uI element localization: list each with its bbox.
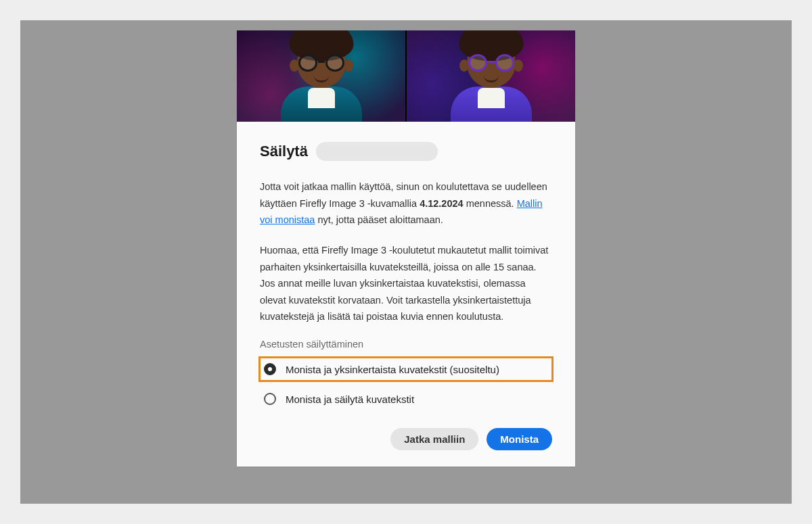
- option-label: Monista ja yksinkertaista kuvatekstit (s…: [286, 364, 499, 375]
- p1-mid: mennessä.: [464, 198, 517, 209]
- p1-deadline: 4.12.2024: [420, 198, 464, 209]
- preserve-model-dialog: Säilytä Jotta voit jatkaa mallin käyttöä…: [237, 30, 575, 467]
- dialog-content: Säilytä Jotta voit jatkaa mallin käyttöä…: [237, 122, 575, 467]
- dialog-actions: Jatka malliin Monista: [260, 428, 552, 450]
- dialog-hero-image: [237, 30, 575, 122]
- p1-post: nyt, jotta pääset aloittamaan.: [315, 214, 443, 225]
- dialog-title: Säilytä: [260, 143, 308, 160]
- option-simplify-captions[interactable]: Monista ja yksinkertaista kuvatekstit (s…: [260, 358, 552, 381]
- options-section-label: Asetusten säilyttäminen: [260, 339, 552, 350]
- continue-to-model-button[interactable]: Jatka malliin: [390, 428, 478, 450]
- dialog-title-redacted: [316, 142, 438, 161]
- hero-character-right: [441, 30, 542, 122]
- hero-character-left: [271, 30, 372, 122]
- option-keep-captions[interactable]: Monista ja säilytä kuvatekstit: [260, 387, 552, 410]
- dialog-paragraph-1: Jotta voit jatkaa mallin käyttöä, sinun …: [260, 178, 552, 229]
- app-backdrop: Säilytä Jotta voit jatkaa mallin käyttöä…: [20, 20, 792, 504]
- hero-image-right: [407, 30, 575, 122]
- dialog-title-row: Säilytä: [260, 142, 552, 161]
- option-label: Monista ja säilytä kuvatekstit: [286, 394, 414, 405]
- hero-image-left: [237, 30, 405, 122]
- dialog-paragraph-2: Huomaa, että Firefly Image 3 -koulutetut…: [260, 242, 552, 325]
- clone-button[interactable]: Monista: [487, 428, 552, 450]
- radio-icon: [264, 363, 276, 375]
- preserve-options-group: Monista ja yksinkertaista kuvatekstit (s…: [260, 358, 552, 410]
- radio-icon: [264, 393, 276, 405]
